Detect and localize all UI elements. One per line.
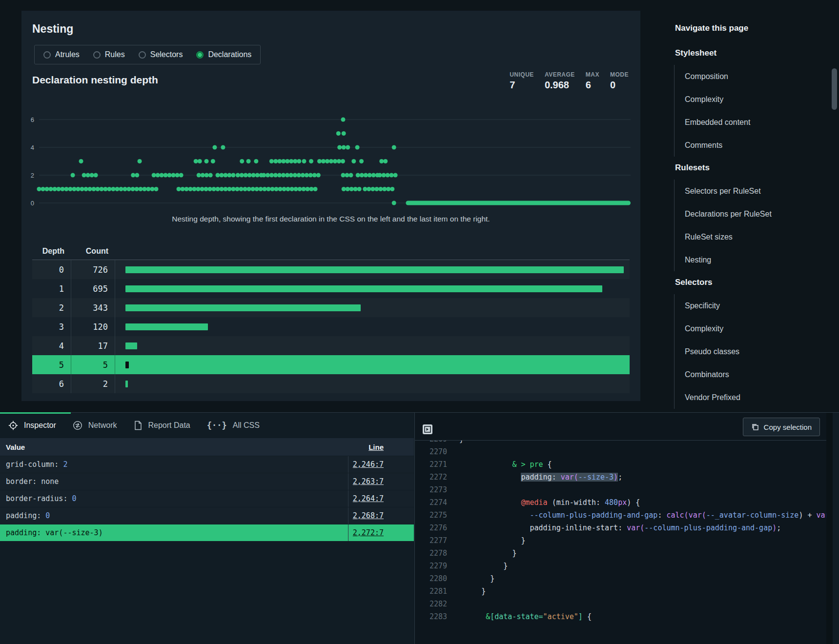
line-link[interactable]: 2,264:7 [353,494,384,503]
nav-item-composition[interactable]: Composition [685,65,750,88]
nav-item-vendor-prefixed[interactable]: Vendor Prefixed [685,386,740,409]
nav-item-specificity[interactable]: Specificity [685,294,740,317]
nav-item-combinators[interactable]: Combinators [685,363,740,386]
chart-dot [389,173,394,178]
tab-inspector[interactable]: Inspector [0,413,64,438]
chart-dot [392,201,396,205]
chart-dot [382,187,387,191]
stat-value: 0 [610,80,629,91]
code-viewport[interactable]: 2269}22702271 & > pre {2272 padding: var… [415,441,833,644]
count-value: 343 [71,298,115,317]
chart-dot [273,159,278,163]
chart-dot [367,187,371,191]
chart-dot [224,187,228,191]
inspector-crosshair-icon [8,421,18,430]
chart-title: Declaration nesting depth [32,74,158,86]
chart-dot [289,159,293,163]
radio-circle-icon [196,51,204,59]
page-scrollbar-thumb[interactable] [832,68,837,110]
chart-dot [374,187,379,191]
chart-dot [45,187,49,191]
line-number: 2281 [415,585,447,598]
line-number: 2271 [415,458,447,471]
line-cell: 2,268:7 [348,507,414,524]
radio-selectors[interactable]: Selectors [139,50,183,59]
line-column-header[interactable]: Line [348,443,414,451]
curly-braces-icon: {··} [207,421,227,430]
depth-table-row[interactable]: 0726 [32,260,630,279]
declaration-text: padding: var(--size-3) [0,528,348,537]
value-table-row[interactable]: border-radius: 02,264:7 [0,490,414,507]
line-link[interactable]: 2,268:7 [353,511,384,520]
nav-item-selectors-per-ruleset[interactable]: Selectors per RuleSet [685,180,772,202]
chart-dot [152,173,156,178]
tab-report-data[interactable]: Report Data [125,413,199,438]
chart-dot [371,173,376,178]
code-line: 2273 [415,483,833,496]
chart-dot [179,173,184,178]
chart-dot [255,187,259,191]
nav-item-selector-complexity[interactable]: Complexity [685,317,740,340]
chart-dot [208,173,213,178]
count-bar [125,362,129,368]
chart-dot [41,187,45,191]
depth-table-row[interactable]: 417 [32,336,630,355]
copy-selection-label: Copy selection [764,423,812,431]
count-bar [125,342,137,349]
chart-dot [231,187,236,191]
chart-dot [181,187,185,191]
chart-dot [378,187,383,191]
nav-item-pseudo-classes[interactable]: Pseudo classes [685,340,740,363]
nav-item-embedded-content[interactable]: Embedded content [685,111,750,134]
chart-dot [57,187,61,191]
nav-item-complexity[interactable]: Complexity [685,88,750,111]
depth-table-row[interactable]: 3120 [32,317,630,336]
depth-table-row[interactable]: 62 [32,374,630,393]
line-cell: 2,264:7 [348,490,414,507]
depth-table-row[interactable]: 1695 [32,279,630,298]
chart-dot [84,187,88,191]
depth-value: 0 [32,260,71,279]
depth-table-row[interactable]: 55 [32,355,630,374]
value-table-row[interactable]: border: none2,263:7 [0,473,414,490]
sidebar-toggle-icon[interactable] [423,424,432,434]
nav-item-ruleset-sizes[interactable]: RuleSet sizes [685,225,772,248]
depth-table-row[interactable]: 2343 [32,298,630,317]
code-line: 2275 --column-plus-padding-and-gap: calc… [415,509,833,522]
tab-all-css[interactable]: {··} All CSS [199,413,268,438]
copy-selection-button[interactable]: Copy selection [743,418,820,436]
chart-dot [308,173,313,178]
radio-declarations[interactable]: Declarations [196,50,251,59]
chart-dot [197,173,201,178]
value-table-row[interactable]: padding: 02,268:7 [0,507,414,524]
chart-dot [76,187,81,191]
line-link[interactable]: 2,246:7 [353,460,384,469]
tab-label: Inspector [24,421,56,430]
depth-value: 6 [32,374,71,393]
nav-group-selectors: Specificity Complexity Pseudo classes Co… [674,294,740,409]
nav-item-nesting[interactable]: Nesting [685,248,772,271]
value-table-row[interactable]: grid-column: 22,246:7 [0,456,414,473]
chart-dot [302,187,306,191]
line-link[interactable]: 2,263:7 [353,477,384,486]
nav-item-declarations-per-ruleset[interactable]: Declarations per RuleSet [685,202,772,225]
stat-unique: UNIQUE 7 [510,71,534,91]
chart-dot [224,173,228,178]
chart-dot [342,145,346,150]
nav-item-comments[interactable]: Comments [685,134,750,157]
radio-atrules[interactable]: Atrules [43,50,80,59]
radio-rules[interactable]: Rules [93,50,125,59]
chart-dot [96,187,100,191]
depth-table-header: Depth Count [32,243,630,260]
chart-dot [247,173,252,178]
line-cell: 2,263:7 [348,473,414,490]
code-scrollbar-track[interactable] [826,413,833,644]
line-link[interactable]: 2,272:7 [353,528,384,537]
chart-dot [309,159,313,163]
value-table-row[interactable]: padding: var(--size-3)2,272:7 [0,524,414,541]
radio-label: Rules [105,50,125,59]
chart-dot [383,159,388,163]
chart-dot [227,173,232,178]
tab-network[interactable]: Network [64,413,125,438]
css-source-pane: Copy selection 2269}22702271 & > pre {22… [414,413,833,644]
